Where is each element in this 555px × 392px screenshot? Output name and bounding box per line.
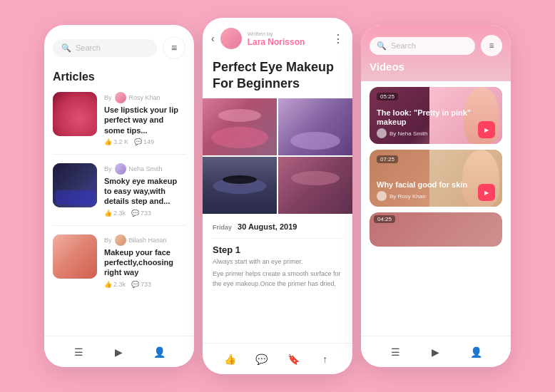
center-phone: ‹ Written by Lara Norisson ⋮ Perfect Eye… bbox=[203, 18, 352, 374]
article-likes-3: 👍 2.3k bbox=[104, 281, 126, 288]
play-button-2[interactable]: ▶ bbox=[478, 184, 495, 201]
filter-icon-left: ≡ bbox=[171, 42, 177, 53]
search-icon-left: 🔍 bbox=[61, 43, 71, 53]
search-placeholder-right: Search bbox=[391, 41, 416, 50]
filter-icon-right: ≡ bbox=[489, 41, 494, 51]
article-title-2: Smoky eye makeup to easy way,with detail… bbox=[104, 176, 185, 207]
article-comments-3: 💬 733 bbox=[131, 281, 151, 288]
article-thumb-2 bbox=[53, 163, 97, 207]
article-main-title: Perfect Eye Makeup For Beginners bbox=[203, 55, 352, 98]
bookmark-action-button[interactable]: 🔖 bbox=[283, 349, 303, 369]
video-card-2[interactable]: 07:25 Why facial good for skin By Rosy K… bbox=[370, 150, 502, 207]
comment-action-button[interactable]: 💬 bbox=[252, 349, 272, 369]
video-author-name-1: By Neha Smith bbox=[389, 130, 427, 137]
article-info-3: By Bilash Hasan Makeup your face perfect… bbox=[104, 234, 185, 288]
author-name-2: Neha Smith bbox=[129, 165, 163, 172]
center-divider bbox=[211, 238, 344, 239]
divider-1 bbox=[53, 154, 185, 155]
search-bar-right[interactable]: 🔍 Search bbox=[370, 37, 475, 55]
author-avatar-2 bbox=[115, 163, 126, 175]
article-thumb-3 bbox=[53, 234, 97, 279]
nav-profile-icon[interactable]: 👤 bbox=[150, 342, 170, 362]
back-button[interactable]: ‹ bbox=[211, 33, 215, 44]
video-card-3[interactable]: 04:25 bbox=[370, 212, 502, 247]
center-bottom-nav: 👍 💬 🔖 ↑ bbox=[203, 343, 352, 374]
right-nav-video-icon[interactable]: ▶ bbox=[426, 342, 446, 362]
center-author-avatar bbox=[220, 28, 242, 49]
eye-grid-bottom-left bbox=[203, 157, 277, 214]
video-author-avatar-2 bbox=[377, 191, 387, 201]
search-bar-left[interactable]: 🔍 Search bbox=[53, 39, 157, 57]
by-text-3: By bbox=[104, 237, 112, 244]
left-bottom-nav: ☰ ▶ 👤 bbox=[44, 336, 194, 367]
article-item-2[interactable]: By Neha Smith Smoky eye makeup to easy w… bbox=[44, 158, 194, 222]
video-duration-2: 07:25 bbox=[377, 155, 398, 163]
comment-icon-2: 💬 bbox=[131, 210, 139, 217]
eye-makeup-grid bbox=[203, 98, 352, 214]
center-author-name: Lara Norisson bbox=[248, 37, 327, 47]
by-text-1: By bbox=[104, 94, 112, 101]
article-info-1: By Rosy Khan Use lipstick your lip perfe… bbox=[104, 92, 185, 145]
filter-button-left[interactable]: ≡ bbox=[163, 36, 185, 59]
left-header: 🔍 Search ≡ bbox=[44, 25, 194, 65]
eye-grid-bottom-right bbox=[278, 157, 352, 214]
search-placeholder-left: Search bbox=[76, 43, 101, 52]
comment-icon-3: 💬 bbox=[131, 281, 139, 288]
right-nav-articles-icon[interactable]: ☰ bbox=[385, 342, 405, 362]
article-likes-1: 👍 3.2 K bbox=[104, 138, 128, 145]
like-icon-3: 👍 bbox=[104, 281, 112, 288]
like-icon-2: 👍 bbox=[104, 210, 112, 217]
date-full: 30 August, 2019 bbox=[238, 222, 297, 231]
video-title-1: The look: "Pretty in pink" makeup bbox=[377, 108, 472, 127]
article-title-3: Makeup your face perfectly,choosing righ… bbox=[104, 247, 185, 278]
date-day: Friday bbox=[213, 224, 232, 231]
divider-2 bbox=[53, 225, 185, 226]
video-duration-1: 05:25 bbox=[377, 93, 398, 100]
play-button-1[interactable]: ▶ bbox=[478, 121, 495, 138]
video-overlay-2: 07:25 Why facial good for skin By Rosy K… bbox=[370, 150, 502, 207]
article-item-1[interactable]: By Rosy Khan Use lipstick your lip perfe… bbox=[44, 86, 194, 151]
author-name-1: Rosy Khan bbox=[129, 94, 161, 101]
left-phone: 🔍 Search ≡ Articles By Rosy Khan Use bbox=[44, 25, 194, 367]
share-action-button[interactable]: ↑ bbox=[315, 349, 335, 369]
article-title-1: Use lipstick your lip perfect way and so… bbox=[104, 105, 185, 135]
right-phone: 🔍 Search ≡ Videos 05:25 bbox=[361, 25, 511, 367]
more-button[interactable]: ⋮ bbox=[332, 32, 344, 46]
eye-grid-top-right bbox=[278, 98, 352, 155]
video-duration-3: 04:25 bbox=[374, 215, 395, 223]
right-header: 🔍 Search ≡ Videos bbox=[361, 25, 511, 81]
written-by-label: Written by bbox=[248, 31, 327, 37]
author-name-3: Bilash Hasan bbox=[129, 237, 167, 244]
step-1-text2: Eye primer helps create a smooth surface… bbox=[203, 269, 352, 289]
articles-section-title: Articles bbox=[44, 65, 194, 86]
article-comments-2: 💬 733 bbox=[131, 210, 151, 217]
like-action-button[interactable]: 👍 bbox=[220, 349, 240, 369]
center-author-info: Written by Lara Norisson bbox=[248, 31, 327, 47]
by-text-2: By bbox=[104, 165, 112, 172]
author-avatar-1 bbox=[115, 92, 126, 103]
video-author-avatar-1 bbox=[377, 128, 387, 138]
article-comments-1: 💬 149 bbox=[134, 138, 154, 145]
filter-button-right[interactable]: ≡ bbox=[481, 35, 502, 56]
search-icon-right: 🔍 bbox=[377, 41, 387, 51]
comment-icon-1: 💬 bbox=[134, 138, 142, 145]
like-icon-1: 👍 bbox=[104, 138, 112, 145]
article-info-2: By Neha Smith Smoky eye makeup to easy w… bbox=[104, 163, 185, 217]
author-avatar-3 bbox=[115, 234, 126, 246]
eye-grid-top-left bbox=[203, 98, 277, 155]
videos-section-title: Videos bbox=[370, 56, 502, 73]
article-date: Friday 30 August, 2019 bbox=[203, 220, 352, 235]
article-likes-2: 👍 2.3k bbox=[104, 210, 126, 217]
article-item-3[interactable]: By Bilash Hasan Makeup your face perfect… bbox=[44, 229, 194, 294]
right-nav-profile-icon[interactable]: 👤 bbox=[467, 342, 487, 362]
step-1-text1: Always start with an eye primer. bbox=[203, 257, 352, 267]
article-thumb-1 bbox=[53, 92, 97, 136]
nav-articles-icon[interactable]: ☰ bbox=[68, 342, 88, 362]
video-title-2: Why facial good for skin bbox=[377, 180, 467, 190]
step-1-title: Step 1 bbox=[203, 242, 352, 257]
video-card-1[interactable]: 05:25 The look: "Pretty in pink" makeup … bbox=[370, 87, 502, 144]
right-bottom-nav: ☰ ▶ 👤 bbox=[361, 336, 511, 367]
video-overlay-1: 05:25 The look: "Pretty in pink" makeup … bbox=[370, 87, 502, 144]
center-header: ‹ Written by Lara Norisson ⋮ bbox=[203, 18, 352, 55]
nav-video-icon[interactable]: ▶ bbox=[109, 342, 129, 362]
